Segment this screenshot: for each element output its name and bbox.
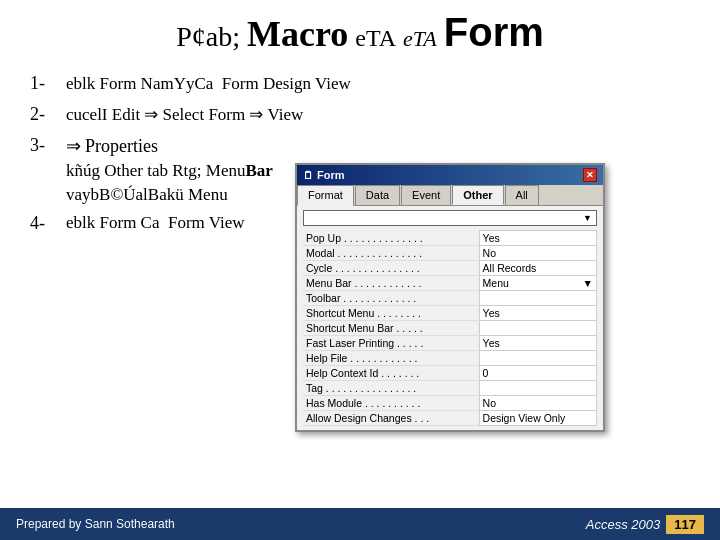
- footer-right: Access 2003 117: [586, 515, 704, 534]
- dialog-titlebar-left: 🗒 Form: [303, 169, 345, 181]
- prop-label: Help Context Id . . . . . . .: [303, 366, 479, 381]
- prop-value: [479, 351, 596, 366]
- prop-value: [479, 321, 596, 336]
- dialog-title: Form: [317, 169, 345, 181]
- line-1-text: eblk Form NamYyCa Form Design View: [66, 73, 351, 94]
- header-eta: eTA: [355, 25, 396, 51]
- prop-label: Menu Bar . . . . . . . . . . . .: [303, 276, 479, 291]
- line-3-content: ⇒ Properties kñúg Other tab Rtg; MenuBar…: [66, 135, 273, 205]
- page-header: P¢ab; Macro eTA eTA Form: [0, 0, 720, 63]
- table-row: Shortcut Menu Bar . . . . .: [303, 321, 597, 336]
- table-row: Toolbar . . . . . . . . . . . . .: [303, 291, 597, 306]
- prop-value: All Records: [479, 261, 596, 276]
- menu-dropdown-row: Menu ▼: [483, 277, 593, 289]
- header-macro: Macro: [247, 14, 348, 54]
- dialog-body: ▼ Pop Up . . . . . . . . . . . . . . Yes…: [297, 206, 603, 430]
- prop-label: Shortcut Menu Bar . . . . .: [303, 321, 479, 336]
- table-row: Pop Up . . . . . . . . . . . . . . Yes: [303, 231, 597, 246]
- table-row: Cycle . . . . . . . . . . . . . . . All …: [303, 261, 597, 276]
- dialog-dropdown-row: ▼: [303, 210, 597, 226]
- prop-value: [479, 291, 596, 306]
- line-3-sub: kñúg Other tab Rtg; MenuBar: [66, 161, 273, 181]
- prop-value: No: [479, 396, 596, 411]
- properties-table: Pop Up . . . . . . . . . . . . . . Yes M…: [303, 230, 597, 426]
- line-4-number: 4-: [30, 213, 60, 234]
- prop-label: Shortcut Menu . . . . . . . .: [303, 306, 479, 321]
- line-3-properties: Properties: [85, 136, 158, 157]
- dialog-titlebar: 🗒 Form ✕: [297, 165, 603, 185]
- header-form: Form: [444, 10, 544, 54]
- prop-label: Tag . . . . . . . . . . . . . . . .: [303, 381, 479, 396]
- prop-label: Has Module . . . . . . . . . .: [303, 396, 479, 411]
- tab-data[interactable]: Data: [355, 185, 400, 205]
- prop-label: Pop Up . . . . . . . . . . . . . .: [303, 231, 479, 246]
- header-eta-text: eTA: [403, 26, 437, 51]
- dropdown-arrow-icon: ▼: [583, 277, 593, 289]
- prop-value: Yes: [479, 306, 596, 321]
- prop-label: Toolbar . . . . . . . . . . . . .: [303, 291, 479, 306]
- table-row: Tag . . . . . . . . . . . . . . . .: [303, 381, 597, 396]
- prop-value: No: [479, 246, 596, 261]
- header-prefix: P¢ab;: [176, 21, 240, 52]
- dialog-main-dropdown[interactable]: ▼: [303, 210, 597, 226]
- menu-dropdown-value: Menu: [483, 277, 509, 289]
- line-3-number: 3-: [30, 135, 60, 156]
- table-row-highlighted: Menu Bar . . . . . . . . . . . . Menu ▼: [303, 276, 597, 291]
- line-2-text: cucelI Edit ⇒ Select Form ⇒ View: [66, 104, 303, 125]
- line-4-text: eblk Form Ca Form View: [66, 213, 245, 233]
- table-row: Fast Laser Printing . . . . . Yes: [303, 336, 597, 351]
- prop-label: Modal . . . . . . . . . . . . . . .: [303, 246, 479, 261]
- prop-value-dropdown[interactable]: Menu ▼: [479, 276, 596, 291]
- dialog-close-button[interactable]: ✕: [583, 168, 597, 182]
- prop-label: Help File . . . . . . . . . . . .: [303, 351, 479, 366]
- tab-format[interactable]: Format: [297, 185, 354, 206]
- dialog-tabs: Format Data Event Other All: [297, 185, 603, 206]
- footer-prepared-by: Prepared by Sann Sothearath: [16, 517, 175, 531]
- line-1-number: 1-: [30, 73, 60, 94]
- line-3-top: ⇒ Properties: [66, 135, 273, 157]
- footer: Prepared by Sann Sothearath Access 2003 …: [0, 508, 720, 540]
- table-row: Has Module . . . . . . . . . . No: [303, 396, 597, 411]
- line-1: 1- eblk Form NamYyCa Form Design View: [30, 73, 690, 94]
- prop-value: Yes: [479, 336, 596, 351]
- footer-page-number: 117: [666, 515, 704, 534]
- table-row: Allow Design Changes . . . Design View O…: [303, 411, 597, 426]
- footer-app-name: Access 2003: [586, 517, 660, 532]
- prop-value: Yes: [479, 231, 596, 246]
- dialog-form-icon: 🗒: [303, 170, 313, 181]
- table-row: Help File . . . . . . . . . . . .: [303, 351, 597, 366]
- prop-value-design: Design View Only: [479, 411, 596, 426]
- line-3-arrow: ⇒: [66, 135, 81, 157]
- tab-all[interactable]: All: [505, 185, 539, 205]
- main-content: 1- eblk Form NamYyCa Form Design View 2-…: [0, 63, 720, 254]
- form-properties-dialog: 🗒 Form ✕ Format Data Event Other All ▼: [295, 163, 605, 432]
- prop-label: Fast Laser Printing . . . . .: [303, 336, 479, 351]
- prop-label: Cycle . . . . . . . . . . . . . . .: [303, 261, 479, 276]
- table-row: Modal . . . . . . . . . . . . . . . No: [303, 246, 597, 261]
- table-row: Shortcut Menu . . . . . . . . Yes: [303, 306, 597, 321]
- prop-label: Allow Design Changes . . .: [303, 411, 479, 426]
- prop-value: [479, 381, 596, 396]
- tab-other[interactable]: Other: [452, 185, 503, 205]
- table-row: Help Context Id . . . . . . . 0: [303, 366, 597, 381]
- line-3-menu: vaybB©ÚalBakü Menu: [66, 185, 273, 205]
- header-title: P¢ab; Macro eTA eTA Form: [176, 21, 544, 52]
- prop-value: 0: [479, 366, 596, 381]
- line-2: 2- cucelI Edit ⇒ Select Form ⇒ View: [30, 104, 690, 125]
- tab-event[interactable]: Event: [401, 185, 451, 205]
- chevron-down-icon: ▼: [583, 213, 592, 223]
- line-2-number: 2-: [30, 104, 60, 125]
